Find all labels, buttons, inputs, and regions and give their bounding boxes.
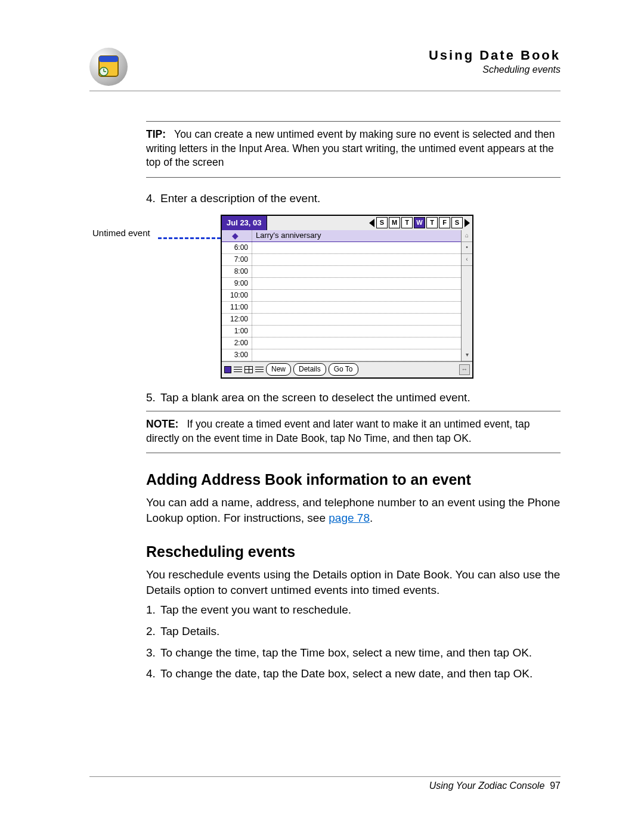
step-text: To change the time, tap the Time box, se… (160, 646, 532, 659)
note-box: NOTE:If you create a timed event and lat… (146, 411, 561, 453)
day-fri[interactable]: F (439, 217, 450, 228)
week-navigator: S M T W T F S (367, 216, 472, 230)
time-label: 1:00 (222, 326, 252, 337)
day-sun[interactable]: S (376, 217, 388, 228)
section-heading-reschedule: Rescheduling events (146, 542, 561, 562)
step-text: Tap the event you want to reschedule. (160, 603, 351, 616)
time-label: 10:00 (222, 290, 252, 301)
section-heading-address: Adding Address Book information to an ev… (146, 470, 561, 490)
step-text: To change the date, tap the Date box, se… (160, 667, 532, 680)
day-mon[interactable]: M (389, 217, 400, 228)
svg-rect-1 (99, 56, 118, 62)
step-text: Enter a description of the event. (160, 192, 320, 205)
datebook-screenshot: Jul 23, 03 S M T W T F S (221, 215, 473, 379)
footer-text: Using Your Zodiac Console (429, 781, 545, 791)
prev-week-arrow-icon[interactable] (369, 219, 374, 227)
step-number: 3. (146, 645, 160, 661)
time-label: 6:00 (222, 242, 252, 253)
time-row[interactable]: 6:00 (222, 242, 461, 254)
time-row[interactable]: 11:00 (222, 302, 461, 314)
time-row[interactable]: 8:00 (222, 266, 461, 278)
section-subtitle: Scheduling events (429, 64, 561, 75)
scroll-up-icon[interactable]: • (462, 242, 472, 254)
datebook-toolbar: New Details Go To ↔ (222, 361, 472, 377)
callout-label: Untimed event (92, 228, 158, 239)
time-label: 7:00 (222, 254, 252, 265)
step-text: Tap Details. (160, 625, 219, 637)
resched-step-4: 4.To change the date, tap the Date box, … (146, 666, 561, 682)
time-label: 2:00 (222, 337, 252, 349)
time-label: 8:00 (222, 266, 252, 277)
datebook-body: ◆ Larry's anniversary 6:00 7:00 8:00 9:0… (222, 230, 472, 361)
time-label: 3:00 (222, 349, 252, 361)
chapter-title: Using Date Book (429, 48, 561, 63)
day-tue[interactable]: T (401, 217, 413, 228)
week-view-icon[interactable] (234, 366, 242, 373)
callout-leader-line (158, 237, 221, 239)
page-header: Using Date Book Scheduling events (89, 48, 561, 91)
untimed-event-row[interactable]: ◆ Larry's anniversary (222, 230, 461, 242)
time-rows: ◆ Larry's anniversary 6:00 7:00 8:00 9:0… (222, 230, 461, 361)
step-number: 4. (146, 191, 160, 206)
day-view-icon[interactable] (224, 366, 231, 373)
tip-label: TIP: (146, 128, 166, 140)
scroll-bottom-icon[interactable]: ▾ (462, 349, 472, 361)
page-78-link[interactable]: page 78 (329, 512, 370, 524)
time-row[interactable]: 3:00 (222, 349, 461, 361)
tip-box: TIP:You can create a new untimed event b… (146, 121, 561, 178)
resched-step-1: 1.Tap the event you want to reschedule. (146, 602, 561, 618)
day-thu[interactable]: T (426, 217, 438, 228)
header-titles: Using Date Book Scheduling events (429, 48, 561, 75)
resched-step-2: 2.Tap Details. (146, 624, 561, 639)
datebook-icon (89, 48, 128, 86)
agenda-view-icon[interactable] (255, 366, 264, 373)
step-5: 5.Tap a blank area on the screen to dese… (146, 390, 561, 405)
details-button[interactable]: Details (293, 363, 326, 375)
time-label: 11:00 (222, 302, 252, 313)
time-row[interactable]: 7:00 (222, 254, 461, 266)
step-number: 2. (146, 624, 160, 639)
tip-text: You can create a new untimed event by ma… (146, 128, 555, 168)
corner-icon[interactable]: ↔ (459, 364, 470, 375)
datebook-figure: Untimed event Jul 23, 03 S M T W T F S (146, 215, 561, 382)
goto-button[interactable]: Go To (329, 363, 358, 375)
month-view-icon[interactable] (244, 366, 253, 373)
day-sat[interactable]: S (451, 217, 463, 228)
section1-text-post: . (370, 512, 373, 524)
step-4: 4.Enter a description of the event. (146, 191, 561, 206)
page-footer: Using Your Zodiac Console 97 (89, 776, 561, 791)
note-text: If you create a timed event and later wa… (146, 418, 530, 444)
time-row[interactable]: 1:00 (222, 326, 461, 337)
untimed-diamond-icon: ◆ (222, 230, 252, 241)
step-text: Tap a blank area on the screen to desele… (160, 391, 470, 404)
time-row[interactable]: 10:00 (222, 290, 461, 302)
time-label: 12:00 (222, 314, 252, 325)
page-number: 97 (550, 781, 561, 791)
step-number: 5. (146, 390, 160, 405)
scrollbar[interactable]: ⌂ • ‹ ▾ (461, 230, 472, 361)
section1-body: You can add a name, address, and telepho… (146, 495, 561, 525)
section2-intro: You reschedule events using the Details … (146, 567, 561, 597)
time-row[interactable]: 9:00 (222, 278, 461, 290)
home-icon[interactable]: ⌂ (462, 230, 472, 242)
manual-page: Using Date Book Scheduling events TIP:Yo… (89, 48, 561, 688)
date-label[interactable]: Jul 23, 03 (222, 216, 267, 230)
next-week-arrow-icon[interactable] (465, 219, 470, 227)
page-content: TIP:You can create a new untimed event b… (146, 121, 561, 682)
scroll-down-icon[interactable]: ‹ (462, 254, 472, 266)
day-wed[interactable]: W (414, 217, 425, 228)
step-number: 1. (146, 602, 160, 618)
datebook-header: Jul 23, 03 S M T W T F S (222, 216, 472, 230)
step-number: 4. (146, 666, 160, 682)
note-label: NOTE: (146, 418, 178, 430)
time-row[interactable]: 12:00 (222, 314, 461, 326)
time-row[interactable]: 2:00 (222, 337, 461, 349)
new-button[interactable]: New (266, 363, 291, 375)
resched-step-3: 3.To change the time, tap the Time box, … (146, 645, 561, 661)
time-label: 9:00 (222, 278, 252, 289)
untimed-event-text[interactable]: Larry's anniversary (252, 230, 321, 241)
